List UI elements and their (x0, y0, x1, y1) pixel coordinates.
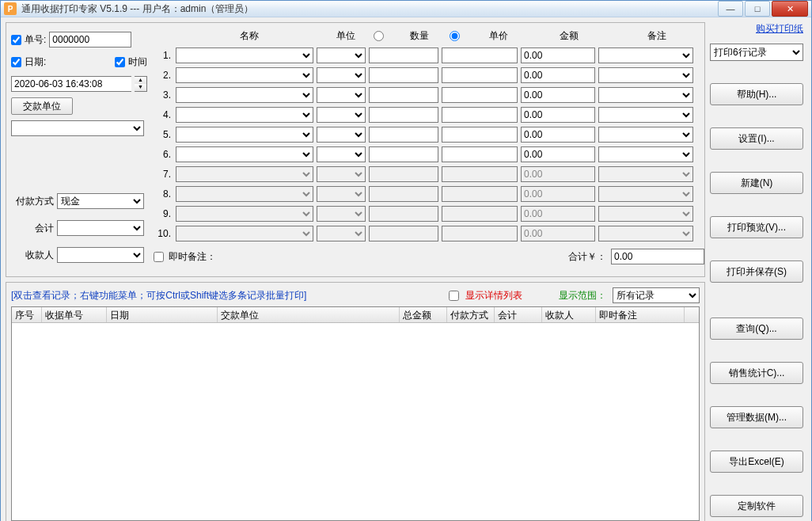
amount-input[interactable] (521, 127, 595, 143)
amount-input[interactable] (521, 67, 595, 83)
qty-input[interactable] (369, 67, 438, 83)
print-preview-button[interactable]: 打印预览(V)... (710, 216, 803, 238)
table-column-header[interactable]: 付款方式 (447, 307, 495, 322)
price-input[interactable] (442, 146, 518, 162)
unit-combo[interactable] (317, 107, 366, 123)
remark-combo[interactable] (598, 107, 693, 123)
show-detail-checkbox[interactable] (449, 291, 459, 301)
item-row: 9. (154, 205, 704, 222)
query-button[interactable]: 查询(Q)... (710, 318, 803, 340)
qty-input[interactable] (369, 127, 438, 143)
unit-combo (317, 166, 366, 182)
table-column-header[interactable]: 日期 (107, 307, 218, 322)
instant-remark-checkbox[interactable] (154, 252, 164, 262)
settings-button[interactable]: 设置(I)... (710, 127, 803, 150)
range-combo[interactable]: 所有记录 (613, 287, 700, 303)
price-input[interactable] (442, 67, 518, 83)
table-column-header[interactable]: 收据单号 (42, 307, 107, 322)
name-combo[interactable] (176, 107, 313, 123)
close-button[interactable]: ✕ (772, 1, 808, 17)
order-no-label: 单号: (25, 33, 46, 47)
name-combo (176, 166, 313, 182)
unit-combo[interactable] (317, 127, 366, 143)
cashier-label: 收款人 (11, 249, 54, 262)
maximize-button[interactable]: □ (745, 1, 770, 17)
qty-input[interactable] (369, 48, 438, 63)
table-column-header[interactable]: 交款单位 (218, 307, 400, 322)
new-button[interactable]: 新建(N) (710, 172, 803, 194)
remark-combo[interactable] (598, 146, 693, 162)
order-no-checkbox[interactable] (11, 35, 21, 45)
qty-radio[interactable] (374, 31, 384, 41)
minimize-button[interactable]: — (718, 1, 743, 17)
sales-stats-button[interactable]: 销售统计C)... (710, 362, 803, 384)
name-combo (176, 186, 313, 202)
row-number: 4. (154, 109, 173, 120)
name-combo[interactable] (176, 87, 313, 103)
unit-combo[interactable] (317, 146, 366, 162)
table-column-header[interactable]: 收款人 (542, 307, 596, 322)
qty-input[interactable] (369, 87, 438, 103)
qty-input[interactable] (369, 146, 438, 162)
custom-software-button[interactable]: 定制软件 (710, 495, 803, 517)
table-column-header[interactable]: 序号 (12, 307, 42, 322)
print-rows-combo[interactable]: 打印6行记录 (710, 44, 803, 61)
price-radio[interactable] (450, 31, 460, 41)
total-input[interactable] (611, 249, 704, 264)
remark-combo (598, 206, 693, 222)
cashier-combo[interactable] (57, 247, 144, 263)
records-table[interactable]: 序号收据单号日期交款单位总金额付款方式会计收款人即时备注 (11, 306, 700, 521)
col-remark: 备注 (609, 29, 704, 43)
qty-input (369, 206, 438, 222)
table-column-header[interactable]: 总金额 (400, 307, 447, 322)
accountant-combo[interactable] (57, 220, 144, 236)
payer-unit-combo[interactable] (11, 120, 144, 136)
datetime-input[interactable] (11, 76, 131, 92)
amount-input[interactable] (521, 146, 595, 162)
date-checkbox[interactable] (11, 57, 21, 67)
date-label: 日期: (25, 55, 46, 69)
manage-data-button[interactable]: 管理数据(M)... (710, 406, 803, 428)
datetime-spinner[interactable]: ▲▼ (135, 76, 147, 92)
time-checkbox[interactable] (115, 57, 125, 67)
col-price: 单价 (469, 29, 529, 43)
name-combo[interactable] (176, 127, 313, 143)
price-input[interactable] (442, 127, 518, 143)
remark-combo[interactable] (598, 48, 693, 63)
row-number: 5. (154, 129, 173, 140)
price-input[interactable] (442, 48, 518, 63)
price-input[interactable] (442, 87, 518, 103)
remark-combo (598, 166, 693, 182)
item-row: 5. (154, 126, 704, 143)
help-button[interactable]: 帮助(H)... (710, 83, 803, 105)
remark-combo[interactable] (598, 87, 693, 103)
name-combo[interactable] (176, 67, 313, 83)
remark-combo[interactable] (598, 127, 693, 143)
name-combo[interactable] (176, 48, 313, 63)
payer-unit-button[interactable]: 交款单位 (11, 97, 73, 115)
table-column-header[interactable]: 会计 (495, 307, 542, 322)
unit-combo[interactable] (317, 67, 366, 83)
app-icon: P (4, 2, 17, 15)
name-combo (176, 226, 313, 241)
remark-combo[interactable] (598, 67, 693, 83)
unit-combo[interactable] (317, 87, 366, 103)
amount-input[interactable] (521, 107, 595, 123)
table-column-header[interactable]: 即时备注 (596, 307, 685, 322)
unit-combo[interactable] (317, 48, 366, 63)
amount-input[interactable] (521, 48, 595, 63)
pay-method-combo[interactable]: 现金 (57, 193, 144, 209)
export-excel-button[interactable]: 导出Excel(E) (710, 451, 803, 473)
amount-input[interactable] (521, 87, 595, 103)
print-save-button[interactable]: 打印并保存(S) (710, 260, 803, 283)
order-no-input[interactable] (49, 32, 131, 48)
buy-paper-link[interactable]: 购买打印纸 (710, 22, 803, 36)
price-input (442, 166, 518, 182)
unit-combo (317, 226, 366, 241)
name-combo[interactable] (176, 146, 313, 162)
item-row: 3. (154, 86, 704, 104)
row-number: 1. (154, 50, 173, 61)
time-label: 时间 (128, 55, 147, 69)
price-input[interactable] (442, 107, 518, 123)
qty-input[interactable] (369, 107, 438, 123)
